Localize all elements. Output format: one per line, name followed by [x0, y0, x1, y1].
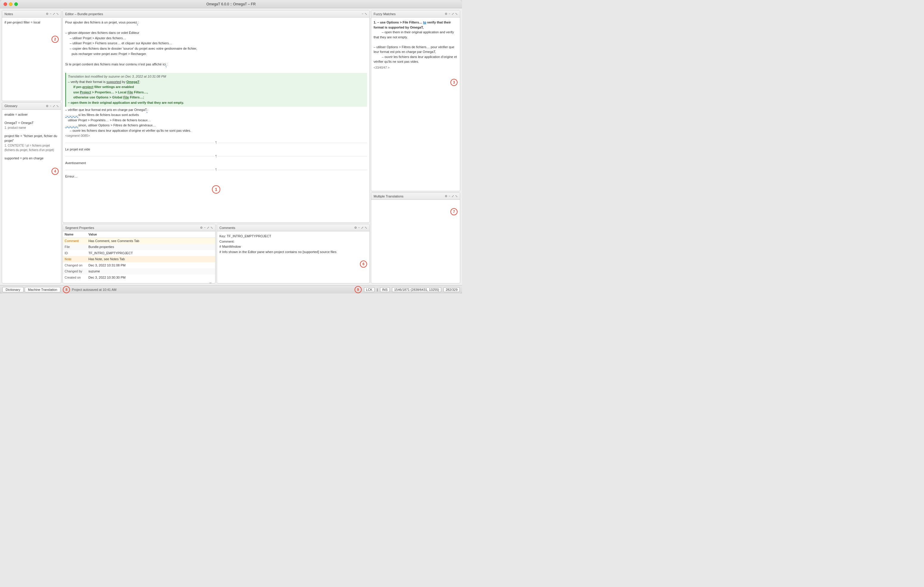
glossary-minus-icon[interactable]: −: [50, 104, 51, 108]
notes-panel: Notes ⚙ − ⤢ ⤡ if per-project filter = lo…: [2, 10, 61, 101]
editor-translation-note: Translation last modified by suzume on D…: [68, 74, 365, 79]
row-value-note: Has Note, see Notes Tab: [87, 256, 215, 262]
row-value-file: Bundle.properties: [87, 244, 215, 250]
multiple-translations-content: 7: [371, 200, 460, 283]
table-row: Changed by suzume: [63, 268, 215, 275]
center-column: Editor – Bundle.properties − ⤡ Pour ajou…: [63, 10, 370, 283]
notes-gear-icon[interactable]: ⚙: [46, 12, 48, 15]
status-tabs: Dictionary Machine Translation: [2, 287, 60, 292]
fuzzy-circle-label: 3: [450, 79, 457, 86]
editor-active-2: if per-project filter settings are enabl…: [68, 84, 365, 90]
notes-maximize-icon[interactable]: ⤡: [56, 12, 59, 15]
status-bar: Dictionary Machine Translation 8 Project…: [0, 285, 462, 294]
dictionary-tab[interactable]: Dictionary: [2, 287, 23, 292]
pages-indicator: 282/329: [444, 287, 460, 292]
glossary-content: enable = activer OmegaT = OmegaT 1. prod…: [2, 110, 61, 283]
glossary-panel-header: Glossary ⚙ − ⤢ ⤡: [2, 103, 61, 110]
multitrans-maximize-icon[interactable]: ⤡: [455, 194, 457, 198]
comments-panel: Comments ⚙ − ⤢ ⤡ Key: TF_INTRO_EMPTYPROJ…: [217, 224, 370, 283]
main-content: Notes ⚙ − ⤢ ⤡ if per-project filter = lo…: [0, 8, 462, 285]
editor-panel: Editor – Bundle.properties − ⤡ Pour ajou…: [63, 10, 370, 223]
comments-comment-label: Comment:: [219, 239, 367, 245]
editor-empty-project: Le projet est vide: [65, 147, 367, 152]
notes-expand-icon[interactable]: ⤢: [53, 12, 55, 15]
fuzzy-maximize-icon[interactable]: ⤡: [455, 12, 457, 15]
editor-line-7: Si le projet contient des fichiers mais …: [65, 62, 367, 67]
maximize-button[interactable]: [14, 2, 18, 6]
glossary-gear-icon[interactable]: ⚙: [46, 104, 48, 108]
editor-line-12: – ouvrir les fichiers dans leur applicat…: [65, 128, 367, 133]
notes-content: if per-project filter = local 2: [2, 18, 61, 101]
multitrans-gear-icon[interactable]: ⚙: [445, 194, 447, 198]
editor-active-5: – open them in their original applicatio…: [68, 100, 365, 105]
multitrans-expand-icon[interactable]: ⤢: [452, 194, 454, 198]
glossary-term-2: OmegaT = OmegaT: [5, 120, 59, 125]
editor-minus-icon[interactable]: −: [362, 12, 363, 15]
notes-text: if per-project filter = local: [5, 20, 59, 25]
active-segment[interactable]: Translation last modified by suzume on D…: [65, 73, 367, 107]
editor-content[interactable]: Pour ajouter des fichiers à un projet, v…: [63, 18, 370, 222]
status-circle-8: 8: [63, 286, 70, 293]
row-name-changed-on: Changed on: [63, 262, 87, 268]
close-button[interactable]: [3, 2, 7, 6]
row-name-file: File: [63, 244, 87, 250]
notes-circle-label: 2: [51, 36, 59, 43]
glossary-entry-2: OmegaT = OmegaT 1. product name: [5, 120, 59, 131]
window-title: OmegaT 6.0.0 :: OmegaT – FR: [206, 2, 256, 6]
editor-panel-controls: − ⤡: [362, 12, 367, 15]
glossary-maximize-icon[interactable]: ⤡: [56, 104, 59, 108]
row-value-changed-by: suzume: [87, 268, 215, 275]
fuzzy-line3: – utiliser Options > Filtres de fichiers…: [374, 44, 457, 54]
glossary-note-2: 1. product name: [5, 125, 59, 130]
notes-minus-icon[interactable]: −: [50, 12, 51, 15]
editor-line-1: Pour ajouter des fichiers à un projet, v…: [65, 20, 367, 25]
table-row: Comment Has Comment, see Comments Tab: [63, 238, 215, 244]
seg-props-maximize-icon[interactable]: ⤡: [210, 226, 213, 229]
glossary-expand-icon[interactable]: ⤢: [53, 104, 55, 108]
status-separator-1: |: [377, 288, 378, 291]
row-name-changed-by: Changed by: [63, 268, 87, 275]
editor-line-9: …………si les filtres de fichiers locaux so…: [65, 112, 367, 118]
editor-expand-icon[interactable]: ⤡: [365, 12, 367, 15]
multiple-translations-panel: Multiple Translations ⚙ − ⤢ ⤡ 7: [371, 192, 460, 283]
comments-maximize-icon[interactable]: ⤡: [365, 226, 367, 229]
glossary-entry-1: enable = activer: [5, 112, 59, 118]
comments-minus-icon[interactable]: −: [358, 226, 360, 229]
fuzzy-gear-icon[interactable]: ⚙: [445, 12, 447, 15]
fuzzy-line2: – open them in their original applicatio…: [374, 30, 457, 39]
seg-props-expand-icon[interactable]: ⤢: [207, 226, 209, 229]
notes-panel-title: Notes: [5, 12, 13, 16]
table-row: ID TF_INTRO_EMPTYPROJECT: [63, 250, 215, 257]
row-value-changed-on: Dec 3, 2022 10:31:08 PM: [87, 262, 215, 268]
right-column: Fuzzy Matches ⚙ − ⤢ ⤡ 1. – use Options >…: [371, 10, 460, 283]
segment-divider-3: ¶: [65, 168, 367, 172]
notes-panel-controls: ⚙ − ⤢ ⤡: [46, 12, 59, 15]
notes-panel-header: Notes ⚙ − ⤢ ⤡: [2, 10, 61, 18]
fuzzy-expand-icon[interactable]: ⤢: [452, 12, 454, 15]
comments-line2: # Info shown in the Editor pane when pro…: [219, 250, 367, 255]
segment-properties-content: Name Value Comment Has Comment, see Comm…: [63, 231, 215, 283]
comments-gear-icon[interactable]: ⚙: [354, 226, 357, 229]
editor-warning: Avertissement: [65, 161, 367, 166]
editor-line-3: – utiliser Projet > Ajouter des fichiers…: [65, 36, 367, 41]
editor-line-11: …………sinon, utiliser Options > Filtres de…: [65, 123, 367, 128]
title-bar: OmegaT 6.0.0 :: OmegaT – FR: [0, 0, 462, 8]
fuzzy-minus-icon[interactable]: −: [449, 12, 450, 15]
segment-divider-2: ¶: [65, 154, 367, 159]
editor-active-4: otherwise use Options > Global File Filt…: [68, 95, 365, 100]
table-row: File Bundle.properties: [63, 244, 215, 250]
minimize-button[interactable]: [9, 2, 13, 6]
status-message: Project autosaved at 10:41 AM: [72, 288, 116, 291]
comments-key: Key: TF_INTRO_EMPTYPROJECT: [219, 234, 367, 239]
glossary-panel: Glossary ⚙ − ⤢ ⤡ enable = activer OmegaT…: [2, 102, 61, 283]
machine-translation-tab[interactable]: Machine Translation: [25, 287, 60, 292]
traffic-lights: [3, 2, 18, 6]
seg-props-minus-icon[interactable]: −: [204, 226, 206, 229]
left-column: Notes ⚙ − ⤢ ⤡ if per-project filter = lo…: [2, 10, 61, 283]
col-header-value: Value: [87, 231, 215, 238]
row-name-note: Note: [63, 256, 87, 262]
application-window: OmegaT 6.0.0 :: OmegaT – FR Notes ⚙ − ⤢ …: [0, 0, 462, 294]
multitrans-minus-icon[interactable]: −: [449, 194, 450, 198]
seg-props-gear-icon[interactable]: ⚙: [200, 226, 203, 229]
comments-expand-icon[interactable]: ⤢: [361, 226, 363, 229]
